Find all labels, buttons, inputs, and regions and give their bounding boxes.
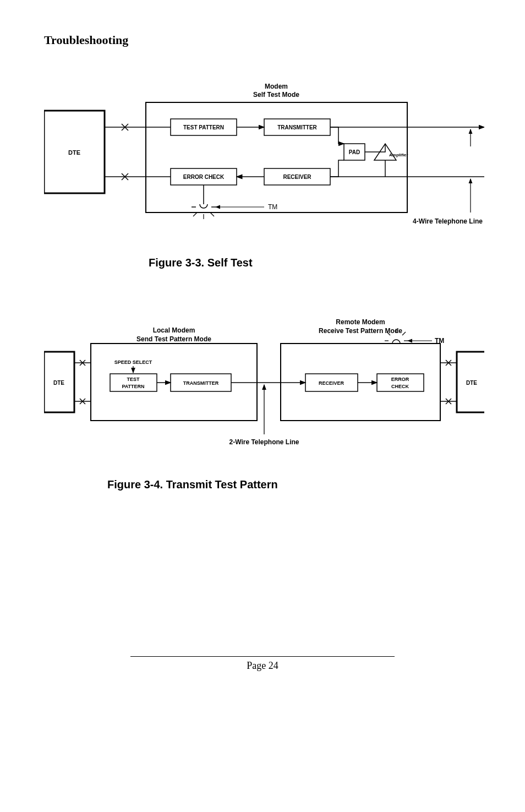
- svg-rect-30: [281, 344, 440, 421]
- amplifier-label: Amplifier: [389, 152, 408, 157]
- dte-label: DTE: [68, 149, 80, 156]
- tm-label: TM: [268, 203, 277, 211]
- transmitter-label: TRANSMITTER: [277, 124, 317, 130]
- dte-right-label: DTE: [466, 380, 477, 386]
- footer-rule: [130, 656, 395, 657]
- figure-3-3-diagram: Modem Self Test Mode DTE TEST PATTERN TR…: [44, 80, 484, 235]
- test-pattern-bottom: PATTERN: [122, 384, 144, 389]
- local-modem-top: Local Modem: [153, 326, 195, 334]
- error-check-label: ERROR CHECK: [183, 174, 225, 180]
- line2-label: 2-Wire Telephone Line: [229, 438, 299, 446]
- remote-modem-bottom: Receive Test Pattern Mode: [319, 327, 402, 335]
- test-pattern-label: TEST PATTERN: [183, 124, 224, 130]
- tm2-label: TM: [435, 337, 444, 345]
- line-label: 4-Wire Telephone Line: [413, 217, 483, 225]
- svg-line-58: [402, 332, 406, 335]
- modem-label-top: Modem: [265, 83, 288, 90]
- dte-left-label: DTE: [53, 380, 64, 386]
- pad-label: PAD: [349, 149, 360, 155]
- page-number: Page 24: [44, 660, 481, 672]
- section-title: Troubleshooting: [44, 33, 481, 47]
- modem-label-bottom: Self Test Mode: [253, 91, 299, 99]
- svg-line-26: [193, 212, 197, 216]
- svg-line-27: [210, 212, 214, 216]
- figure-3-4-caption: Figure 3-4. Transmit Test Pattern: [107, 478, 481, 491]
- figure-3-3-caption: Figure 3-3. Self Test: [149, 257, 481, 269]
- receiver2-label: RECEIVER: [319, 380, 344, 386]
- local-modem-bottom: Send Test Pattern Mode: [136, 335, 211, 343]
- error-top: ERROR: [391, 377, 409, 382]
- transmitter2-label: TRANSMITTER: [183, 380, 219, 386]
- remote-modem-top: Remote Modem: [336, 318, 385, 326]
- receiver-label: RECEIVER: [283, 174, 311, 180]
- test-pattern-top: TEST: [127, 377, 140, 382]
- speed-select-label: SPEED SELECT: [114, 359, 152, 365]
- error-bottom: CHECK: [391, 384, 409, 389]
- figure-3-4-diagram: Remote Modem Receive Test Pattern Mode L…: [44, 313, 484, 456]
- svg-rect-31: [91, 344, 257, 421]
